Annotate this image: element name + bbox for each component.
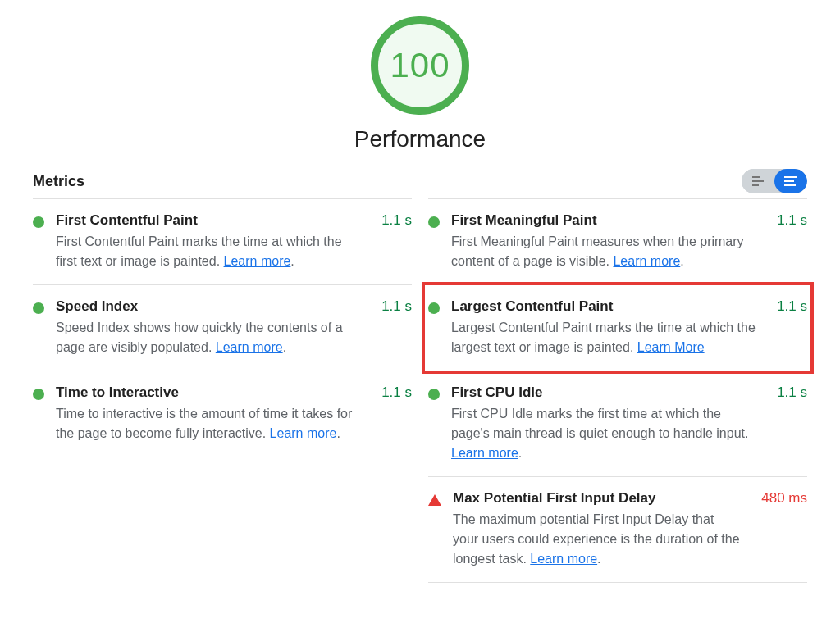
metric-title: Time to Interactive (56, 384, 362, 401)
metric-title: Max Potential First Input Delay (453, 490, 742, 507)
metric-body: First Contentful Paint First Contentful … (56, 212, 362, 271)
learn-more-link[interactable]: Learn more (224, 254, 291, 268)
metric-desc: First Meaningful Paint measures when the… (451, 232, 757, 271)
metric-value: 1.1 s (381, 212, 412, 229)
metric-max-potential-fid: Max Potential First Input Delay The maxi… (428, 476, 807, 583)
metric-speed-index: Speed Index Speed Index shows how quickl… (33, 284, 412, 371)
score-value: 100 (390, 46, 450, 85)
metrics-col-left: First Contentful Paint First Contentful … (33, 198, 412, 583)
metrics-col-right: First Meaningful Paint First Meaningful … (428, 198, 807, 583)
status-pass-icon (428, 302, 440, 314)
metric-body: First Meaningful Paint First Meaningful … (451, 212, 757, 271)
gauge-title: Performance (354, 126, 486, 152)
metric-value: 1.1 s (777, 298, 807, 315)
metric-desc: Largest Contentful Paint marks the time … (451, 318, 757, 357)
metric-first-cpu-idle: First CPU Idle First CPU Idle marks the … (428, 371, 807, 476)
status-pass-icon (428, 389, 440, 400)
metric-title: First Contentful Paint (56, 212, 362, 229)
metric-first-meaningful-paint: First Meaningful Paint First Meaningful … (428, 198, 807, 284)
score-gauge: 100 (371, 16, 469, 115)
metric-largest-contentful-paint: Largest Contentful Paint Largest Content… (428, 284, 807, 371)
learn-more-link[interactable]: Learn more (270, 426, 337, 440)
metric-desc: Speed Index shows how quickly the conten… (56, 318, 362, 357)
metric-value: 1.1 s (777, 384, 807, 401)
metric-value: 480 ms (761, 490, 807, 507)
metric-body: Speed Index Speed Index shows how quickl… (56, 298, 362, 357)
metric-value: 1.1 s (777, 212, 807, 229)
learn-more-link[interactable]: Learn more (613, 254, 680, 268)
metric-body: Time to Interactive Time to interactive … (56, 384, 362, 443)
status-fail-icon (428, 494, 441, 506)
status-pass-icon (33, 302, 44, 314)
metric-desc: First CPU Idle marks the first time at w… (451, 404, 757, 463)
learn-more-link[interactable]: Learn more (530, 552, 597, 566)
metric-desc: Time to interactive is the amount of tim… (56, 404, 362, 443)
metrics-columns: First Contentful Paint First Contentful … (33, 198, 807, 583)
metric-desc: The maximum potential First Input Delay … (453, 510, 742, 569)
metric-title: Largest Contentful Paint (451, 298, 757, 315)
metrics-header-row: Metrics (33, 169, 807, 193)
metric-body: Max Potential First Input Delay The maxi… (453, 490, 742, 569)
status-pass-icon (33, 389, 44, 400)
learn-more-link[interactable]: Learn more (451, 446, 518, 460)
metric-value: 1.1 s (381, 384, 412, 401)
metric-time-to-interactive: Time to Interactive Time to interactive … (33, 371, 412, 457)
metric-first-contentful-paint: First Contentful Paint First Contentful … (33, 198, 412, 284)
section-title: Metrics (33, 173, 84, 190)
metric-title: First Meaningful Paint (451, 212, 757, 229)
view-toggle[interactable] (742, 169, 807, 193)
status-pass-icon (33, 216, 44, 228)
score-gauge-container: 100 Performance (33, 16, 807, 152)
compact-icon (752, 176, 764, 186)
metric-title: First CPU Idle (451, 384, 757, 401)
learn-more-link[interactable]: Learn more (216, 340, 283, 354)
learn-more-link[interactable]: Learn More (637, 340, 705, 354)
metric-body: First CPU Idle First CPU Idle marks the … (451, 384, 757, 463)
status-pass-icon (428, 216, 440, 228)
view-toggle-compact[interactable] (742, 169, 774, 193)
metric-value: 1.1 s (381, 298, 412, 315)
expanded-icon (784, 176, 797, 186)
metric-desc: First Contentful Paint marks the time at… (56, 232, 362, 271)
metric-title: Speed Index (56, 298, 362, 315)
view-toggle-expanded[interactable] (774, 169, 807, 193)
metric-body: Largest Contentful Paint Largest Content… (451, 298, 757, 357)
